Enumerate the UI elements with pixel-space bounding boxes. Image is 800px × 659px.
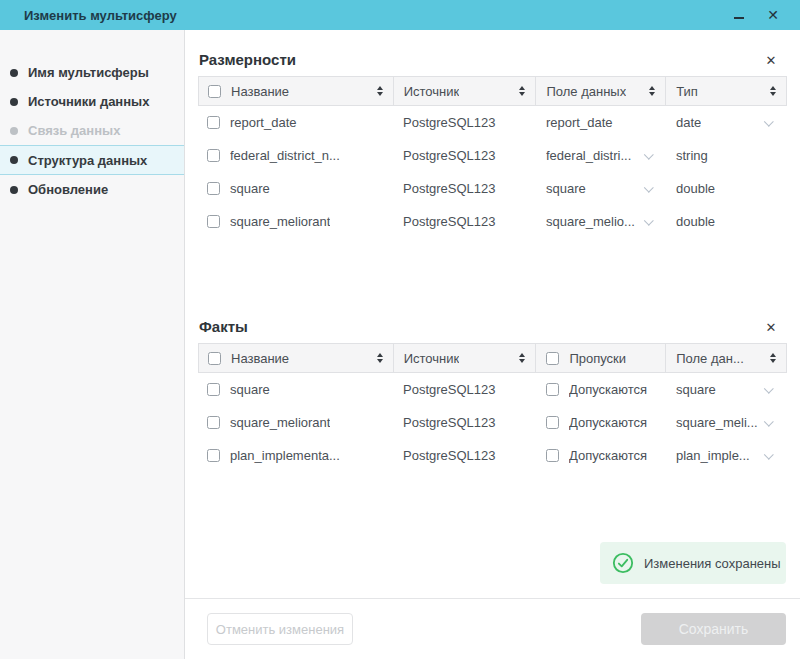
minimize-button[interactable] (722, 0, 756, 30)
column-header: Источник (394, 77, 537, 105)
checkbox[interactable] (207, 449, 220, 462)
column-header: Источник (394, 344, 537, 372)
sidebar-item[interactable]: Структура данных (0, 145, 184, 175)
bullet-icon (10, 69, 18, 77)
row-field: plan_imple... (676, 448, 750, 463)
window-titlebar: Изменить мультисферу ✕ (0, 0, 800, 30)
checkbox[interactable] (207, 215, 220, 228)
sort-icon[interactable] (519, 86, 525, 96)
sidebar-item[interactable]: Обновление (0, 175, 184, 204)
bullet-icon (10, 127, 18, 135)
checkbox[interactable] (546, 383, 559, 396)
bullet-icon (10, 186, 18, 194)
sort-icon[interactable] (377, 86, 383, 96)
type-cell: double (666, 181, 786, 196)
chevron-down-icon[interactable] (764, 450, 774, 460)
dimensions-close-button[interactable]: ✕ (763, 52, 779, 68)
column-header: Название (199, 77, 394, 105)
chevron-down-icon[interactable] (764, 384, 774, 394)
row-source: PostgreSQL123 (403, 181, 496, 196)
checkbox[interactable] (207, 182, 220, 195)
field-cell[interactable]: square (666, 382, 786, 397)
column-header: Название (199, 344, 394, 372)
sort-icon[interactable] (649, 86, 655, 96)
main-content: Размерности ✕ НазваниеИсточникПоле данны… (185, 30, 800, 659)
field-cell[interactable]: federal_distri... (536, 148, 666, 163)
dimensions-table-header: НазваниеИсточникПоле данныхТип (198, 76, 787, 106)
chevron-down-icon[interactable] (644, 150, 654, 160)
checkbox[interactable] (208, 85, 221, 98)
sidebar-item-label: Структура данных (28, 153, 147, 168)
name-cell: federal_district_n... (198, 148, 393, 163)
cancel-changes-button[interactable]: Отменить изменения (207, 613, 353, 645)
bullet-icon (10, 156, 18, 164)
row-type: date (676, 115, 701, 130)
table-row: report_datePostgreSQL123report_datedate (198, 106, 787, 139)
gaps-cell: Допускаются (536, 415, 666, 430)
facts-close-button[interactable]: ✕ (763, 319, 779, 335)
close-button[interactable]: ✕ (756, 0, 790, 30)
column-header: Тип (666, 77, 786, 105)
column-header-label: Поле данных (546, 84, 626, 99)
checkbox[interactable] (207, 416, 220, 429)
row-source: PostgreSQL123 (403, 214, 496, 229)
field-cell[interactable]: square_melio... (536, 214, 666, 229)
source-cell: PostgreSQL123 (393, 214, 536, 229)
checkbox[interactable] (207, 383, 220, 396)
type-cell[interactable]: date (666, 115, 786, 130)
row-source: PostgreSQL123 (403, 148, 496, 163)
chevron-down-icon[interactable] (644, 216, 654, 226)
row-name: plan_implementa... (230, 448, 340, 463)
table-row: federal_district_n...PostgreSQL123federa… (198, 139, 787, 172)
row-field: report_date (546, 115, 613, 130)
checkbox[interactable] (208, 352, 221, 365)
sidebar-item[interactable]: Источники данных (0, 87, 184, 116)
row-source: PostgreSQL123 (403, 382, 496, 397)
name-cell: square_meliorant (198, 214, 393, 229)
name-cell: square (198, 181, 393, 196)
sort-icon[interactable] (377, 353, 383, 363)
column-header-label: Источник (404, 351, 460, 366)
close-icon: ✕ (767, 8, 779, 22)
name-cell: plan_implementa... (198, 448, 393, 463)
name-cell: report_date (198, 115, 393, 130)
checkbox[interactable] (546, 449, 559, 462)
name-cell: square_meliorant (198, 415, 393, 430)
row-field: square_melio... (546, 214, 635, 229)
row-gaps: Допускаются (569, 382, 647, 397)
checkbox[interactable] (207, 149, 220, 162)
sort-icon[interactable] (519, 353, 525, 363)
table-row: squarePostgreSQL123Допускаютсяsquare (198, 373, 787, 406)
bullet-icon (10, 98, 18, 106)
footer-divider (185, 598, 800, 599)
row-name: report_date (230, 115, 297, 130)
wizard-sidebar: Имя мультисферыИсточники данныхСвязь дан… (0, 30, 185, 659)
field-cell[interactable]: square (536, 181, 666, 196)
source-cell: PostgreSQL123 (393, 382, 536, 397)
checkbox[interactable] (207, 116, 220, 129)
sort-icon[interactable] (770, 86, 776, 96)
save-button[interactable]: Сохранить (641, 613, 786, 645)
field-cell[interactable]: square_meli... (666, 415, 786, 430)
sidebar-item-label: Обновление (28, 182, 108, 197)
source-cell: PostgreSQL123 (393, 148, 536, 163)
row-field: square (546, 181, 586, 196)
facts-table-body: squarePostgreSQL123Допускаютсяsquaresqua… (198, 373, 787, 472)
chevron-down-icon[interactable] (764, 417, 774, 427)
checkbox[interactable] (546, 352, 559, 365)
facts-table-header: НазваниеИсточникПропускиПоле дан... (198, 343, 787, 373)
row-name: square_meliorant (230, 415, 330, 430)
source-cell: PostgreSQL123 (393, 448, 536, 463)
table-row: plan_implementa...PostgreSQL123Допускают… (198, 439, 787, 472)
sort-icon[interactable] (770, 353, 776, 363)
chevron-down-icon[interactable] (764, 117, 774, 127)
row-field: federal_distri... (546, 148, 631, 163)
table-row: square_meliorantPostgreSQL123Допускаются… (198, 406, 787, 439)
field-cell[interactable]: plan_imple... (666, 448, 786, 463)
gaps-cell: Допускаются (536, 382, 666, 397)
window-controls: ✕ (722, 0, 800, 30)
sidebar-item[interactable]: Имя мультисферы (0, 58, 184, 87)
checkbox[interactable] (546, 416, 559, 429)
row-source: PostgreSQL123 (403, 448, 496, 463)
chevron-down-icon[interactable] (644, 183, 654, 193)
